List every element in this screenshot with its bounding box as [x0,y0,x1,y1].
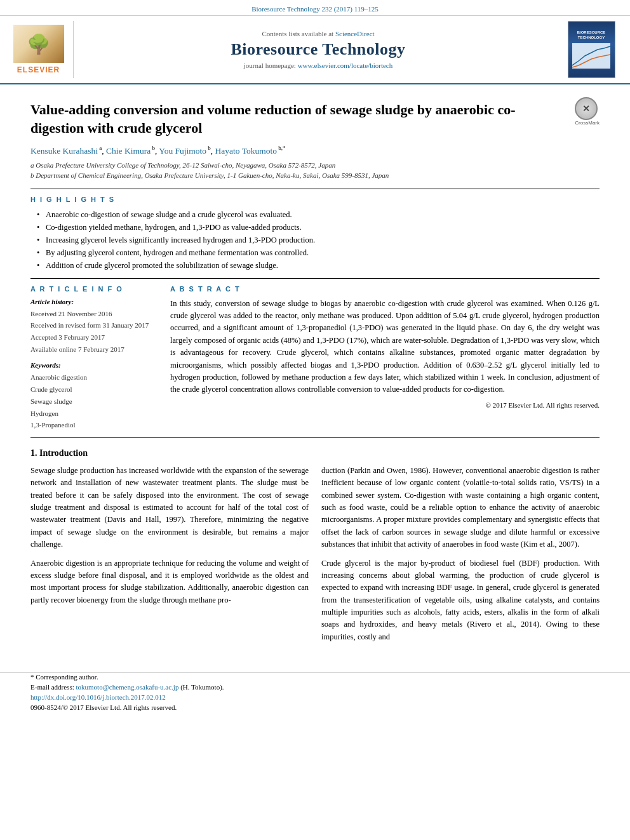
doi-link[interactable]: http://dx.doi.org/10.1016/j.biortech.201… [30,693,600,701]
authors-line: Kensuke Kurahashi a, Chie Kimura b, You … [30,145,600,156]
highlights-section: H I G H L I G H T S Anaerobic co-digesti… [30,196,600,272]
email-label: E-mail address: [30,683,74,691]
intro-p1: Sewage sludge production has increased w… [30,465,309,551]
history-label: Article history: [30,298,158,305]
sciencedirect-link[interactable]: Contents lists available at ScienceDirec… [262,30,374,37]
corresponding-author-note: * Corresponding author. [30,673,600,681]
article-info-col: A R T I C L E I N F O Article history: R… [30,285,158,431]
accepted-date: Accepted 3 February 2017 [30,331,158,343]
sup-b2: b [206,145,211,151]
homepage-url[interactable]: www.elsevier.com/locate/biortech [298,62,393,69]
keyword-5: 1,3-Propanediol [30,419,158,431]
affiliations-block: a Osaka Prefecture University College of… [30,160,600,181]
page: Bioresource Technology 232 (2017) 119–12… [0,0,630,840]
sciencedirect-anchor[interactable]: ScienceDirect [335,30,375,37]
intro-p4: Crude glycerol is the major by-product o… [321,557,600,644]
sup-b3: b,* [277,145,286,151]
rule-1 [30,189,600,189]
article-title: Value-adding conversion and volume reduc… [30,101,568,137]
author-kurahashi[interactable]: Kensuke Kurahashi [30,146,98,156]
journal-header: ELSEVIER Contents lists available at Sci… [0,16,630,84]
crossmark-label: CrossMark [575,120,600,126]
available-date: Available online 7 February 2017 [30,343,158,356]
abstract-col: A B S T R A C T In this study, conversio… [170,285,600,431]
journal-cover: BIORESOURCETECHNOLOGY [563,21,620,78]
intro-p2: Anaerobic digestion is an appropriate te… [30,557,309,607]
crossmark-icon[interactable]: ✕ [575,97,598,120]
journal-ref-bar: Bioresource Technology 232 (2017) 119–12… [0,0,630,16]
affil-a: a Osaka Prefecture University College of… [30,160,600,171]
main-content: Value-adding conversion and volume reduc… [0,84,630,660]
keyword-2: Crude glycerol [30,383,158,396]
info-abstract-row: A R T I C L E I N F O Article history: R… [30,285,600,431]
sup-b1: b [151,145,155,151]
homepage-prefix: journal homepage: [244,62,296,69]
journal-name: Bioresource Technology [231,40,405,59]
rule-2 [30,278,600,279]
sup-a1: a [98,145,102,151]
highlight-2: Co-digestion yielded methane, hydrogen, … [37,221,600,234]
intro-col-right: duction (Parkin and Owen, 1986). However… [321,465,600,650]
revised-date: Received in revised form 31 January 2017 [30,319,158,331]
author-kimura[interactable]: Chie Kimura [106,146,151,156]
abstract-text: In this study, conversion of sewage slud… [170,298,600,396]
highlight-5: Addition of crude glycerol promoted the … [37,259,600,272]
highlight-3: Increasing glycerol levels significantly… [37,234,600,246]
intro-p3: duction (Parkin and Owen, 1986). However… [321,465,600,551]
cover-image-box: BIORESOURCETECHNOLOGY [568,21,615,78]
elsevier-brand-text: ELSEVIER [17,65,60,74]
contents-prefix: Contents lists available at [262,30,333,37]
intro-col-left: Sewage sludge production has increased w… [30,465,309,650]
rule-3 [30,437,600,438]
keywords-label: Keywords: [30,361,158,369]
keyword-3: Sewage sludge [30,396,158,408]
corresponding-label: * Corresponding author. [30,673,98,681]
email-link[interactable]: tokumoto@chemeng.osakafu-u.ac.jp [76,683,178,691]
intro-heading: 1. Introduction [30,448,600,458]
abstract-copyright: © 2017 Elsevier Ltd. All rights reserved… [170,401,600,409]
article-info-header: A R T I C L E I N F O [30,285,158,293]
introduction-section: 1. Introduction Sewage sludge production… [30,448,600,650]
affil-b: b Department of Chemical Engineering, Os… [30,170,600,181]
cover-title-text: BIORESOURCETECHNOLOGY [577,30,606,41]
highlight-4: By adjusting glycerol content, hydrogen … [37,246,600,259]
cover-chart-svg [572,43,610,69]
crossmark-block[interactable]: ✕ CrossMark [575,97,600,126]
highlight-1: Anaerobic co-digestion of sewage sludge … [37,208,600,221]
abstract-header: A B S T R A C T [170,285,600,293]
highlights-header: H I G H L I G H T S [30,196,600,203]
elsevier-logo-block: ELSEVIER [10,21,74,78]
highlights-list: Anaerobic co-digestion of sewage sludge … [30,208,600,272]
journal-ref-text: Bioresource Technology 232 (2017) 119–12… [251,5,379,13]
journal-homepage: journal homepage: www.elsevier.com/locat… [244,62,393,69]
keyword-1: Anaerobic digestion [30,371,158,383]
journal-title-block: Contents lists available at ScienceDirec… [80,21,556,78]
keyword-4: Hydrogen [30,408,158,420]
author-tokumoto[interactable]: Hayato Tokumoto [215,146,277,156]
intro-body-cols: Sewage sludge production has increased w… [30,465,600,650]
issn-copyright: 0960-8524/© 2017 Elsevier Ltd. All right… [30,703,600,711]
email-suffix: (H. Tokumoto). [180,683,224,691]
title-crossmark-row: Value-adding conversion and volume reduc… [30,95,600,145]
footer-area: * Corresponding author. E-mail address: … [0,672,630,717]
elsevier-tree-image [13,25,64,63]
received-date: Received 21 November 2016 [30,308,158,320]
author-fujimoto[interactable]: You Fujimoto [159,146,206,156]
email-note: E-mail address: tokumoto@chemeng.osakafu… [30,683,600,691]
